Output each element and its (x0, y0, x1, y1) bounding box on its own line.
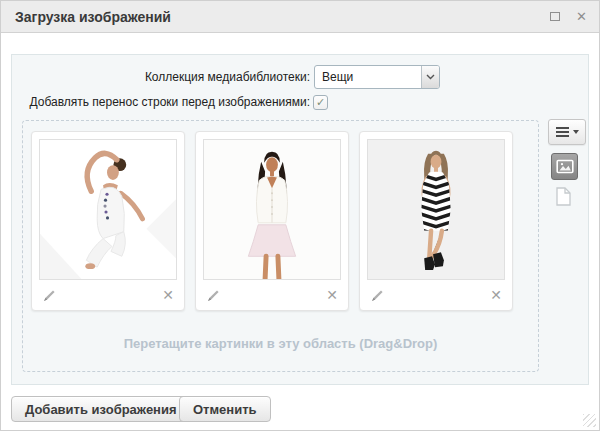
photo-thumbnail-1[interactable] (39, 139, 177, 280)
upload-dialog: Загрузка изображений ✕ Коллекция медиаби… (0, 0, 600, 431)
thumbnail-card-3: ✕ (359, 131, 513, 311)
photo-woman-white-dress (40, 140, 176, 279)
image-view-button[interactable] (551, 153, 578, 180)
remove-icon[interactable]: ✕ (326, 288, 338, 303)
cancel-button[interactable]: Отменить (179, 396, 271, 422)
thumbnail-list: ✕ (31, 131, 523, 311)
checkmark-icon: ✓ (314, 96, 327, 109)
document-icon[interactable] (556, 187, 571, 206)
image-icon (556, 159, 574, 174)
collection-select[interactable]: Вещи (314, 65, 440, 89)
photo-thumbnail-3[interactable] (367, 139, 505, 280)
chevron-down-icon[interactable] (421, 66, 439, 88)
collection-label: Коллекция медиабиблиотеки: (12, 65, 310, 89)
photo-woman-cardigan-skirt (204, 140, 340, 279)
dropzone[interactable]: ✕ (22, 120, 539, 372)
photo-thumbnail-2[interactable] (203, 139, 341, 280)
remove-icon[interactable]: ✕ (162, 288, 174, 303)
dropzone-hint: Перетащите картинки в эту область (Drag&… (23, 336, 538, 351)
dialog-title: Загрузка изображений (15, 1, 171, 33)
thumbnail-card-1: ✕ (31, 131, 185, 311)
linebreak-checkbox[interactable]: ✓ (313, 95, 328, 110)
edit-pencil-icon[interactable] (370, 288, 385, 303)
edit-pencil-icon[interactable] (206, 288, 221, 303)
thumbnail-actions: ✕ (367, 280, 505, 310)
hamburger-menu-icon (556, 125, 569, 139)
photo-woman-zebra-dress (368, 140, 504, 279)
edit-pencil-icon[interactable] (42, 288, 57, 303)
linebreak-label: Добавлять перенос строки перед изображен… (12, 95, 310, 110)
thumbnail-actions: ✕ (39, 280, 177, 310)
maximize-icon[interactable] (550, 12, 560, 21)
upload-form-panel: Коллекция медиабиблиотеки: Вещи Добавлят… (11, 54, 589, 385)
remove-icon[interactable]: ✕ (490, 288, 502, 303)
thumbnail-card-2: ✕ (195, 131, 349, 311)
close-icon[interactable]: ✕ (576, 1, 587, 32)
view-toolbar (548, 119, 590, 206)
collection-select-value: Вещи (322, 66, 353, 88)
add-images-button[interactable]: Добавить изображения (11, 396, 191, 422)
resize-grip[interactable] (583, 414, 596, 427)
dialog-titlebar: Загрузка изображений ✕ (1, 1, 599, 33)
caret-down-icon (573, 130, 579, 134)
thumbnail-actions: ✕ (203, 280, 341, 310)
view-menu-button[interactable] (548, 119, 586, 145)
